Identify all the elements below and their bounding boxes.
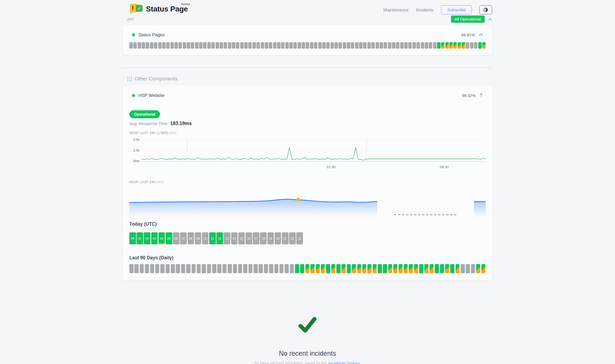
uptime-bar[interactable]	[186, 264, 190, 273]
uptime-bar[interactable]	[383, 264, 387, 273]
uptime-bar[interactable]	[466, 42, 469, 49]
hour-block[interactable]: 00	[129, 232, 136, 244]
uptime-bar[interactable]	[400, 42, 404, 49]
hour-block[interactable]: 03	[151, 232, 158, 244]
uptime-bar[interactable]	[207, 264, 211, 273]
uptime-bar[interactable]	[285, 42, 289, 49]
hour-block[interactable]: 01	[137, 232, 143, 244]
uptime-bar[interactable]	[150, 264, 154, 273]
hour-block[interactable]: 17	[253, 232, 259, 244]
uptime-bar[interactable]	[256, 42, 260, 49]
uptime-bar[interactable]	[362, 264, 367, 273]
refresh-icon[interactable]	[478, 33, 483, 37]
uptime-bar[interactable]	[138, 42, 141, 49]
uptime-bar[interactable]	[129, 264, 134, 273]
uptime-bar[interactable]	[341, 264, 346, 273]
uptime-bar[interactable]	[474, 42, 477, 49]
uptime-bar[interactable]	[414, 264, 418, 273]
response-time-24h-chart[interactable]	[129, 188, 486, 218]
uptime-bar[interactable]	[336, 264, 341, 273]
uptime-bar[interactable]	[461, 264, 465, 273]
uptime-bar[interactable]	[277, 42, 281, 49]
uptime-bar[interactable]	[160, 264, 165, 273]
uptime-bar[interactable]	[347, 42, 350, 49]
uptime-bar[interactable]	[371, 42, 375, 49]
uptime-bar[interactable]	[396, 42, 399, 49]
uptime-bar[interactable]	[142, 42, 145, 49]
uptime-bar[interactable]	[146, 42, 149, 49]
uptime-bar[interactable]	[217, 264, 221, 273]
hour-block[interactable]: 11	[209, 232, 216, 244]
theme-toggle-button[interactable]	[479, 5, 492, 14]
uptime-bar[interactable]	[274, 264, 279, 273]
uptime-bar[interactable]	[273, 42, 277, 49]
hour-block[interactable]: 12	[216, 232, 223, 244]
uptime-bar[interactable]	[482, 42, 486, 49]
uptime-bar[interactable]	[481, 264, 486, 273]
uptime-bar[interactable]	[404, 264, 408, 273]
hour-block[interactable]: 06	[173, 232, 180, 244]
uptime-bar[interactable]	[429, 42, 432, 49]
uptime-bar[interactable]	[471, 264, 475, 273]
uptime-bar[interactable]	[207, 42, 211, 49]
uptime-bar[interactable]	[352, 264, 356, 273]
uptime-bar[interactable]	[158, 42, 162, 49]
uptime-bar[interactable]	[306, 42, 309, 49]
uptime-bar[interactable]	[243, 264, 247, 273]
uptime-bar[interactable]	[453, 42, 457, 49]
uptime-bar[interactable]	[197, 264, 201, 273]
uptime-bar[interactable]	[228, 264, 232, 273]
uptime-bar[interactable]	[318, 42, 322, 49]
uptime-bar[interactable]	[316, 264, 320, 273]
uptime-bar[interactable]	[355, 42, 359, 49]
hour-block[interactable]: 15	[238, 232, 245, 244]
uptime-bar[interactable]	[441, 42, 445, 49]
uptime-bar[interactable]	[178, 42, 182, 49]
uptime-bar[interactable]	[281, 42, 285, 49]
uptime-bar[interactable]	[155, 264, 159, 273]
uptime-bar[interactable]	[466, 264, 470, 273]
uptime-bar[interactable]	[456, 264, 460, 273]
uptime-bar[interactable]	[228, 42, 231, 49]
uptime-bar[interactable]	[367, 264, 372, 273]
uptime-bar[interactable]	[331, 264, 336, 273]
uptime-bar[interactable]	[343, 42, 346, 49]
uptime-bar[interactable]	[435, 264, 439, 273]
chevron-up-icon[interactable]	[488, 18, 492, 21]
uptime-bar[interactable]	[334, 42, 338, 49]
uptime-bar[interactable]	[419, 264, 423, 273]
uptime-bar[interactable]	[425, 42, 428, 49]
uptime-bar[interactable]	[417, 42, 420, 49]
uptime-bar[interactable]	[162, 42, 166, 49]
uptime-bar[interactable]	[252, 42, 256, 49]
uptime-bar[interactable]	[437, 42, 441, 49]
uptime-bar[interactable]	[421, 42, 424, 49]
uptime-bar[interactable]	[171, 264, 175, 273]
hour-block[interactable]: 14	[231, 232, 238, 244]
uptime-bar[interactable]	[192, 264, 196, 273]
uptime-bar[interactable]	[265, 42, 268, 49]
uptime-bar[interactable]	[449, 42, 453, 49]
uptime-bar[interactable]	[430, 264, 434, 273]
uptime-bar[interactable]	[347, 264, 351, 273]
uptime-bar[interactable]	[357, 264, 361, 273]
uptime-bar[interactable]	[409, 264, 413, 273]
uptime-bar[interactable]	[248, 42, 252, 49]
hour-block[interactable]: 23	[296, 232, 303, 244]
uptime-bar[interactable]	[220, 42, 223, 49]
hour-block[interactable]: 09	[195, 232, 201, 244]
uptime-bar[interactable]	[314, 42, 317, 49]
uptime-bar[interactable]	[445, 264, 449, 273]
uptime-bar[interactable]	[399, 264, 403, 273]
uptime-bar[interactable]	[388, 42, 391, 49]
uptime-bar[interactable]	[321, 264, 325, 273]
uptime-bar[interactable]	[254, 264, 258, 273]
uptime-bar[interactable]	[236, 42, 239, 49]
uptime-bar[interactable]	[134, 264, 139, 273]
uptime-bar[interactable]	[298, 42, 301, 49]
nav-maintenance[interactable]: Maintenance	[383, 7, 408, 13]
uptime-bar[interactable]	[166, 42, 170, 49]
uptime-bar[interactable]	[470, 42, 473, 49]
uptime-bar[interactable]	[440, 264, 444, 273]
uptime-bar[interactable]	[129, 42, 133, 49]
